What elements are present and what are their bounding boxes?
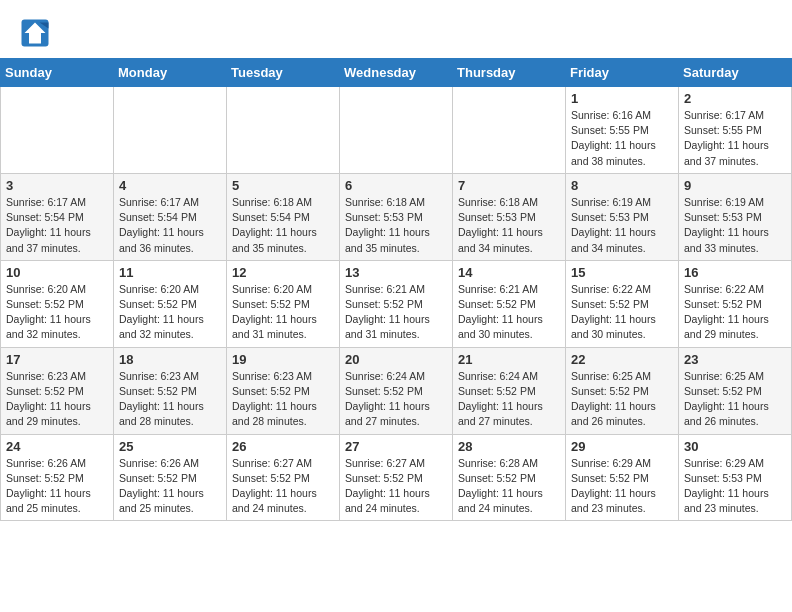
calendar-cell: 23Sunrise: 6:25 AM Sunset: 5:52 PM Dayli… xyxy=(679,347,792,434)
calendar-cell: 12Sunrise: 6:20 AM Sunset: 5:52 PM Dayli… xyxy=(227,260,340,347)
cell-info: Sunrise: 6:25 AM Sunset: 5:52 PM Dayligh… xyxy=(571,369,673,430)
day-number: 28 xyxy=(458,439,560,454)
day-number: 21 xyxy=(458,352,560,367)
day-header-monday: Monday xyxy=(114,59,227,87)
calendar-cell xyxy=(453,87,566,174)
calendar-cell: 14Sunrise: 6:21 AM Sunset: 5:52 PM Dayli… xyxy=(453,260,566,347)
calendar-cell: 24Sunrise: 6:26 AM Sunset: 5:52 PM Dayli… xyxy=(1,434,114,521)
calendar-cell: 7Sunrise: 6:18 AM Sunset: 5:53 PM Daylig… xyxy=(453,173,566,260)
day-header-friday: Friday xyxy=(566,59,679,87)
cell-info: Sunrise: 6:23 AM Sunset: 5:52 PM Dayligh… xyxy=(119,369,221,430)
cell-info: Sunrise: 6:29 AM Sunset: 5:52 PM Dayligh… xyxy=(571,456,673,517)
day-number: 23 xyxy=(684,352,786,367)
cell-info: Sunrise: 6:24 AM Sunset: 5:52 PM Dayligh… xyxy=(458,369,560,430)
calendar-week-row: 24Sunrise: 6:26 AM Sunset: 5:52 PM Dayli… xyxy=(1,434,792,521)
calendar-cell: 27Sunrise: 6:27 AM Sunset: 5:52 PM Dayli… xyxy=(340,434,453,521)
calendar-cell xyxy=(340,87,453,174)
cell-info: Sunrise: 6:20 AM Sunset: 5:52 PM Dayligh… xyxy=(119,282,221,343)
calendar-cell: 16Sunrise: 6:22 AM Sunset: 5:52 PM Dayli… xyxy=(679,260,792,347)
cell-info: Sunrise: 6:19 AM Sunset: 5:53 PM Dayligh… xyxy=(684,195,786,256)
cell-info: Sunrise: 6:18 AM Sunset: 5:53 PM Dayligh… xyxy=(345,195,447,256)
cell-info: Sunrise: 6:23 AM Sunset: 5:52 PM Dayligh… xyxy=(6,369,108,430)
cell-info: Sunrise: 6:23 AM Sunset: 5:52 PM Dayligh… xyxy=(232,369,334,430)
day-number: 17 xyxy=(6,352,108,367)
cell-info: Sunrise: 6:28 AM Sunset: 5:52 PM Dayligh… xyxy=(458,456,560,517)
calendar-cell: 29Sunrise: 6:29 AM Sunset: 5:52 PM Dayli… xyxy=(566,434,679,521)
day-header-sunday: Sunday xyxy=(1,59,114,87)
day-header-thursday: Thursday xyxy=(453,59,566,87)
day-number: 16 xyxy=(684,265,786,280)
calendar-cell: 13Sunrise: 6:21 AM Sunset: 5:52 PM Dayli… xyxy=(340,260,453,347)
day-number: 9 xyxy=(684,178,786,193)
day-number: 14 xyxy=(458,265,560,280)
calendar-cell: 3Sunrise: 6:17 AM Sunset: 5:54 PM Daylig… xyxy=(1,173,114,260)
cell-info: Sunrise: 6:18 AM Sunset: 5:54 PM Dayligh… xyxy=(232,195,334,256)
day-number: 27 xyxy=(345,439,447,454)
day-number: 3 xyxy=(6,178,108,193)
day-number: 26 xyxy=(232,439,334,454)
calendar-week-row: 17Sunrise: 6:23 AM Sunset: 5:52 PM Dayli… xyxy=(1,347,792,434)
day-header-tuesday: Tuesday xyxy=(227,59,340,87)
day-number: 5 xyxy=(232,178,334,193)
day-number: 25 xyxy=(119,439,221,454)
calendar-week-row: 1Sunrise: 6:16 AM Sunset: 5:55 PM Daylig… xyxy=(1,87,792,174)
calendar-cell: 11Sunrise: 6:20 AM Sunset: 5:52 PM Dayli… xyxy=(114,260,227,347)
day-number: 4 xyxy=(119,178,221,193)
cell-info: Sunrise: 6:18 AM Sunset: 5:53 PM Dayligh… xyxy=(458,195,560,256)
calendar-cell: 20Sunrise: 6:24 AM Sunset: 5:52 PM Dayli… xyxy=(340,347,453,434)
cell-info: Sunrise: 6:29 AM Sunset: 5:53 PM Dayligh… xyxy=(684,456,786,517)
day-number: 18 xyxy=(119,352,221,367)
cell-info: Sunrise: 6:27 AM Sunset: 5:52 PM Dayligh… xyxy=(345,456,447,517)
calendar-cell xyxy=(114,87,227,174)
cell-info: Sunrise: 6:19 AM Sunset: 5:53 PM Dayligh… xyxy=(571,195,673,256)
calendar-cell: 25Sunrise: 6:26 AM Sunset: 5:52 PM Dayli… xyxy=(114,434,227,521)
day-number: 19 xyxy=(232,352,334,367)
day-number: 7 xyxy=(458,178,560,193)
cell-info: Sunrise: 6:16 AM Sunset: 5:55 PM Dayligh… xyxy=(571,108,673,169)
calendar-cell xyxy=(227,87,340,174)
calendar-cell xyxy=(1,87,114,174)
logo xyxy=(20,18,54,48)
calendar-cell: 19Sunrise: 6:23 AM Sunset: 5:52 PM Dayli… xyxy=(227,347,340,434)
calendar-cell: 1Sunrise: 6:16 AM Sunset: 5:55 PM Daylig… xyxy=(566,87,679,174)
cell-info: Sunrise: 6:27 AM Sunset: 5:52 PM Dayligh… xyxy=(232,456,334,517)
cell-info: Sunrise: 6:22 AM Sunset: 5:52 PM Dayligh… xyxy=(684,282,786,343)
calendar-cell: 22Sunrise: 6:25 AM Sunset: 5:52 PM Dayli… xyxy=(566,347,679,434)
calendar-week-row: 3Sunrise: 6:17 AM Sunset: 5:54 PM Daylig… xyxy=(1,173,792,260)
cell-info: Sunrise: 6:17 AM Sunset: 5:54 PM Dayligh… xyxy=(119,195,221,256)
calendar-week-row: 10Sunrise: 6:20 AM Sunset: 5:52 PM Dayli… xyxy=(1,260,792,347)
day-number: 30 xyxy=(684,439,786,454)
day-number: 12 xyxy=(232,265,334,280)
cell-info: Sunrise: 6:20 AM Sunset: 5:52 PM Dayligh… xyxy=(232,282,334,343)
day-number: 29 xyxy=(571,439,673,454)
day-number: 6 xyxy=(345,178,447,193)
calendar-cell: 26Sunrise: 6:27 AM Sunset: 5:52 PM Dayli… xyxy=(227,434,340,521)
calendar-cell: 28Sunrise: 6:28 AM Sunset: 5:52 PM Dayli… xyxy=(453,434,566,521)
cell-info: Sunrise: 6:26 AM Sunset: 5:52 PM Dayligh… xyxy=(119,456,221,517)
day-number: 20 xyxy=(345,352,447,367)
day-number: 22 xyxy=(571,352,673,367)
day-number: 2 xyxy=(684,91,786,106)
calendar-cell: 10Sunrise: 6:20 AM Sunset: 5:52 PM Dayli… xyxy=(1,260,114,347)
calendar-cell: 15Sunrise: 6:22 AM Sunset: 5:52 PM Dayli… xyxy=(566,260,679,347)
calendar-cell: 2Sunrise: 6:17 AM Sunset: 5:55 PM Daylig… xyxy=(679,87,792,174)
calendar-cell: 5Sunrise: 6:18 AM Sunset: 5:54 PM Daylig… xyxy=(227,173,340,260)
cell-info: Sunrise: 6:22 AM Sunset: 5:52 PM Dayligh… xyxy=(571,282,673,343)
calendar-table: SundayMondayTuesdayWednesdayThursdayFrid… xyxy=(0,58,792,521)
calendar-cell: 21Sunrise: 6:24 AM Sunset: 5:52 PM Dayli… xyxy=(453,347,566,434)
day-header-saturday: Saturday xyxy=(679,59,792,87)
day-number: 15 xyxy=(571,265,673,280)
calendar-header-row: SundayMondayTuesdayWednesdayThursdayFrid… xyxy=(1,59,792,87)
cell-info: Sunrise: 6:26 AM Sunset: 5:52 PM Dayligh… xyxy=(6,456,108,517)
logo-icon xyxy=(20,18,50,48)
calendar-cell: 8Sunrise: 6:19 AM Sunset: 5:53 PM Daylig… xyxy=(566,173,679,260)
day-number: 8 xyxy=(571,178,673,193)
day-number: 10 xyxy=(6,265,108,280)
calendar-cell: 30Sunrise: 6:29 AM Sunset: 5:53 PM Dayli… xyxy=(679,434,792,521)
day-number: 13 xyxy=(345,265,447,280)
cell-info: Sunrise: 6:17 AM Sunset: 5:55 PM Dayligh… xyxy=(684,108,786,169)
calendar-cell: 17Sunrise: 6:23 AM Sunset: 5:52 PM Dayli… xyxy=(1,347,114,434)
cell-info: Sunrise: 6:25 AM Sunset: 5:52 PM Dayligh… xyxy=(684,369,786,430)
page-header xyxy=(0,0,792,58)
day-number: 11 xyxy=(119,265,221,280)
